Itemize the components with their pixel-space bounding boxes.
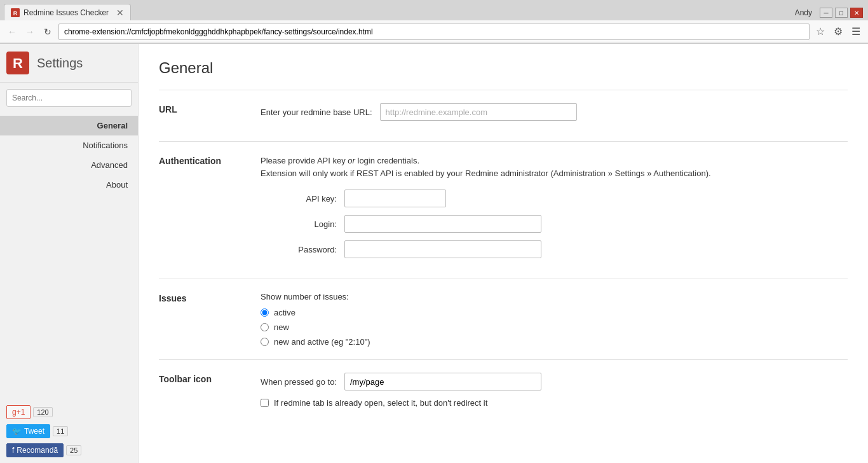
url-section-content: Enter your redmine base URL: [261,103,848,128]
reload-button[interactable]: ↻ [41,25,55,39]
url-field-input[interactable] [380,103,577,121]
tab-favicon: R [11,8,20,17]
sidebar-bottom: g+1 120 🐦 Tweet 11 f Recomandă 25 [0,399,138,463]
maximize-button[interactable]: □ [835,8,848,18]
radio-new-label: new [274,322,289,332]
minimize-button[interactable]: ─ [820,8,832,18]
url-input[interactable] [58,24,810,40]
window-controls: Andy ─ □ ✕ [790,8,868,20]
menu-button[interactable]: ☰ [849,25,863,39]
api-key-row: API key: [261,190,848,207]
sidebar-item-notifications[interactable]: Notifications [0,135,138,155]
auth-desc-text2: login credentials. [358,156,420,165]
browser-chrome: R Redmine Issues Checker ✕ Andy ─ □ ✕ ← … [0,0,868,44]
sidebar-title: Settings [37,56,83,71]
toolbar-section-label: Toolbar icon [159,373,261,408]
forward-button[interactable]: → [23,25,37,39]
tab-title: Redmine Issues Checker [24,8,112,17]
radio-new-and-active[interactable]: new and active (eg "2:10") [261,337,848,347]
login-row: Login: [261,215,848,233]
sidebar-item-general[interactable]: General [0,116,138,135]
password-row: Password: [261,240,848,258]
nav-list: General Notifications Advanced About [0,116,138,195]
radio-active-label: active [274,308,295,317]
show-number-label: Show number of issues: [261,292,848,301]
bookmark-button[interactable]: ☆ [813,25,827,39]
tweet-button[interactable]: 🐦 Tweet [6,424,50,438]
page-title: General [159,59,848,77]
facebook-row: f Recomandă 25 [6,443,132,457]
when-pressed-label: When pressed go to: [261,377,337,387]
issues-section: Issues Show number of issues: active new… [159,279,848,359]
sidebar-item-about[interactable]: About [0,175,138,195]
app-container: R Settings General Notifications Advance… [0,44,868,463]
twitter-row: 🐦 Tweet 11 [6,424,132,438]
gplus-count: 120 [33,407,52,417]
main-content: General URL Enter your redmine base URL:… [139,44,868,463]
radio-new-input[interactable] [261,323,269,331]
sidebar-header: R Settings [0,44,138,83]
url-field-row: Enter your redmine base URL: [261,103,848,121]
svg-text:R: R [13,55,23,71]
close-button[interactable]: ✕ [850,8,863,18]
radio-new-and-active-label: new and active (eg "2:10") [274,337,370,347]
authentication-section-label: Authentication [159,155,261,266]
search-input[interactable] [6,89,132,107]
tab-bar: R Redmine Issues Checker ✕ Andy ─ □ ✕ [0,0,868,20]
radio-new-and-active-input[interactable] [261,338,269,346]
auth-desc-or: or [348,156,355,165]
issues-radio-group: active new new and active (eg "2:10") [261,308,848,347]
twitter-icon: 🐦 [12,427,22,436]
redirect-checkbox[interactable] [261,399,269,407]
radio-active-input[interactable] [261,308,269,317]
tweet-label: Tweet [24,427,44,436]
password-label: Password: [261,245,337,254]
api-key-label: API key: [261,194,337,204]
toolbar-url-input[interactable] [344,373,541,390]
tweet-count: 11 [53,426,68,436]
password-input[interactable] [344,240,541,258]
tab-close-button[interactable]: ✕ [116,8,124,17]
issues-section-label: Issues [159,292,261,347]
toolbar-section-content: When pressed go to: If redmine tab is al… [261,373,848,408]
extension-button[interactable]: ⚙ [831,25,845,39]
auth-desc-text1: Please provide API key [261,156,348,165]
url-section: URL Enter your redmine base URL: [159,90,848,141]
issues-section-content: Show number of issues: active new new an… [261,292,848,347]
url-field-label: Enter your redmine base URL: [261,107,372,117]
svg-text:R: R [13,10,18,17]
auth-desc-text3: Extension will only work if REST API is … [261,169,711,178]
url-section-label: URL [159,103,261,128]
facebook-button[interactable]: f Recomandă [6,443,64,457]
gplus-button[interactable]: g+1 [6,405,31,419]
active-tab[interactable]: R Redmine Issues Checker ✕ [4,4,131,20]
toolbar-url-row: When pressed go to: [261,373,848,390]
radio-active[interactable]: active [261,308,848,317]
auth-description: Please provide API key or login credenti… [261,155,848,179]
api-key-input[interactable] [344,190,446,207]
fb-count: 25 [66,445,81,455]
user-name: Andy [790,8,817,17]
sidebar: R Settings General Notifications Advance… [0,44,139,463]
toolbar-section: Toolbar icon When pressed go to: If redm… [159,359,848,420]
back-button[interactable]: ← [5,25,19,39]
redirect-checkbox-row: If redmine tab is already open, select i… [261,398,848,408]
radio-new[interactable]: new [261,322,848,332]
gplus-row: g+1 120 [6,405,132,419]
sidebar-item-advanced[interactable]: Advanced [0,155,138,175]
gplus-icon: g+1 [12,408,25,417]
authentication-section: Authentication Please provide API key or… [159,141,848,279]
fb-label: Recomandă [17,446,58,455]
login-label: Login: [261,219,337,229]
login-input[interactable] [344,215,541,233]
facebook-icon: f [12,446,14,455]
authentication-section-content: Please provide API key or login credenti… [261,155,848,266]
app-logo: R [6,52,29,74]
address-bar: ← → ↻ ☆ ⚙ ☰ [0,20,868,43]
redirect-checkbox-label[interactable]: If redmine tab is already open, select i… [274,398,487,408]
